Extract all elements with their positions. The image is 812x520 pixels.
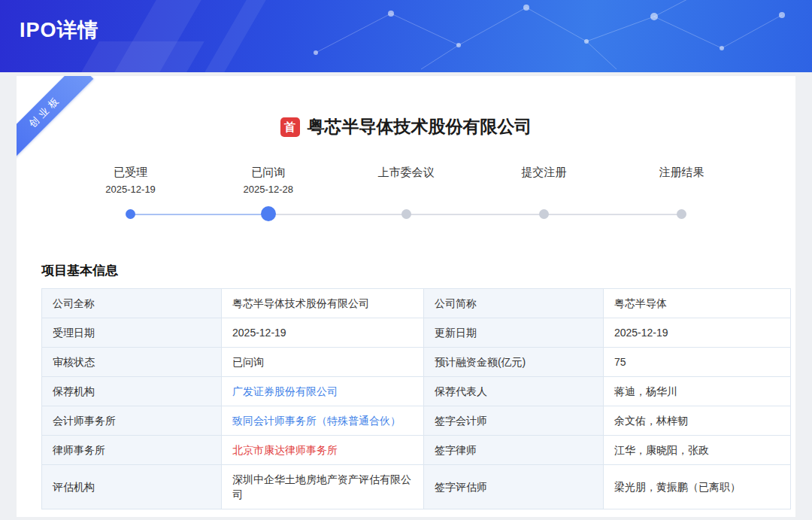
section-title: 项目基本信息: [41, 262, 795, 279]
cell-label-review-status: 审核状态: [42, 348, 222, 377]
cell-sponsor: 广发证券股份有限公司: [222, 377, 424, 406]
ipo-detail-card: 创业板 首 粤芯半导体技术股份有限公司 已受理2025-12-19已问询2025…: [17, 76, 795, 517]
step-date: [337, 184, 474, 197]
step-label: 注册结果: [613, 164, 750, 181]
cell-signing-lawyer: 江华，康晓阳，张政: [603, 436, 790, 465]
cell-label-company-full-name: 公司全称: [42, 289, 222, 318]
company-name: 粤芯半导体技术股份有限公司: [308, 115, 532, 138]
cell-label-appraisal-agency: 评估机构: [42, 465, 222, 509]
page-header: IPO详情: [0, 0, 812, 72]
table-row: 律师事务所北京市康达律师事务所签字律师江华，康晓阳，张政: [42, 436, 791, 465]
cell-value-signing-lawyer: 江华，康晓阳，张政: [614, 444, 709, 456]
cell-value-accounting-firm[interactable]: 致同会计师事务所（特殊普通合伙）: [232, 415, 401, 427]
cell-value-company-full-name: 粤芯半导体技术股份有限公司: [232, 297, 369, 309]
ipo-progress-stepper: 已受理2025-12-19已问询2025-12-28上市委会议提交注册注册结果: [62, 164, 750, 229]
step-label: 已受理: [62, 164, 199, 181]
cell-appraisal-agency: 深圳中企华土地房地产资产评估有限公司: [222, 465, 424, 509]
table-row: 保荐机构广发证券股份有限公司保荐代表人蒋迪，杨华川: [42, 377, 791, 406]
cell-accounting-firm: 致同会计师事务所（特殊普通合伙）: [222, 406, 424, 436]
cell-label-company-short-name: 公司简称: [423, 289, 603, 318]
step-dot: [261, 206, 276, 221]
cell-value-law-firm[interactable]: 北京市康达律师事务所: [232, 444, 338, 456]
cell-company-full-name: 粤芯半导体技术股份有限公司: [222, 289, 424, 318]
cell-signing-appraiser: 梁光朋，黄振鹏（已离职）: [603, 465, 790, 509]
cell-value-accept-date: 2025-12-19: [232, 327, 286, 339]
step-dot: [126, 209, 135, 219]
step-date: [475, 184, 613, 197]
cell-value-update-date: 2025-12-19: [614, 327, 668, 339]
step-dot: [677, 209, 686, 219]
header-streak-decoration: [81, 41, 205, 72]
cell-label-law-firm: 律师事务所: [42, 436, 222, 465]
cell-value-review-status: 已问询: [232, 356, 264, 368]
basic-info-table: 公司全称粤芯半导体技术股份有限公司公司简称粤芯半导体受理日期2025-12-19…: [41, 288, 791, 509]
stepper-step-1: 已受理2025-12-19: [62, 164, 199, 222]
step-dot: [401, 209, 411, 219]
step-date: [613, 184, 750, 197]
info-table-body: 公司全称粤芯半导体技术股份有限公司公司简称粤芯半导体受理日期2025-12-19…: [42, 289, 791, 509]
cell-update-date: 2025-12-19: [603, 318, 790, 348]
step-label: 已问询: [199, 164, 337, 181]
cell-label-accounting-firm: 会计师事务所: [42, 406, 222, 436]
step-date: 2025-12-19: [62, 184, 199, 197]
cell-signing-accountant: 余文佑，林梓韧: [603, 406, 790, 436]
cell-value-signing-appraiser: 梁光朋，黄振鹏（已离职）: [614, 481, 741, 493]
page-title: IPO详情: [20, 17, 99, 44]
cell-planned-financing: 75: [603, 348, 790, 377]
cell-label-signing-accountant: 签字会计师: [423, 406, 603, 436]
cell-sponsor-rep: 蒋迪，杨华川: [603, 377, 790, 406]
cell-value-sponsor-rep: 蒋迪，杨华川: [614, 385, 677, 397]
cell-value-appraisal-agency: 深圳中企华土地房地产资产评估有限公司: [232, 473, 411, 500]
first-badge-icon: 首: [280, 117, 300, 137]
step-label: 上市委会议: [337, 164, 474, 181]
table-row: 公司全称粤芯半导体技术股份有限公司公司简称粤芯半导体: [42, 289, 791, 318]
step-date: 2025-12-28: [199, 184, 337, 197]
table-row: 审核状态已问询预计融资金额(亿元)75: [42, 348, 791, 377]
cell-review-status: 已问询: [222, 348, 424, 377]
cell-value-company-short-name: 粤芯半导体: [614, 297, 667, 309]
stepper-step-5: 注册结果: [613, 164, 750, 222]
cell-label-sponsor-rep: 保荐代表人: [423, 377, 603, 406]
cell-value-planned-financing: 75: [614, 356, 626, 368]
step-label: 提交注册: [475, 164, 613, 181]
cell-company-short-name: 粤芯半导体: [603, 289, 790, 318]
stepper-step-3: 上市委会议: [337, 164, 474, 222]
table-row: 评估机构深圳中企华土地房地产资产评估有限公司签字评估师梁光朋，黄振鹏（已离职）: [42, 465, 791, 509]
cell-law-firm: 北京市康达律师事务所: [222, 436, 424, 465]
table-row: 会计师事务所致同会计师事务所（特殊普通合伙）签字会计师余文佑，林梓韧: [42, 406, 791, 436]
cell-label-sponsor: 保荐机构: [42, 377, 222, 406]
stepper-step-4: 提交注册: [475, 164, 613, 222]
cell-label-update-date: 更新日期: [423, 318, 603, 348]
cell-label-accept-date: 受理日期: [42, 318, 222, 348]
table-row: 受理日期2025-12-19更新日期2025-12-19: [42, 318, 791, 348]
cell-value-sponsor[interactable]: 广发证券股份有限公司: [232, 385, 338, 397]
cell-label-signing-appraiser: 签字评估师: [423, 465, 603, 509]
cell-accept-date: 2025-12-19: [222, 318, 424, 348]
step-dot: [539, 209, 549, 219]
stepper-step-2: 已问询2025-12-28: [199, 164, 337, 222]
cell-label-signing-lawyer: 签字律师: [423, 436, 603, 465]
company-title-row: 首 粤芯半导体技术股份有限公司: [17, 115, 795, 138]
cell-label-planned-financing: 预计融资金额(亿元): [423, 348, 603, 377]
cell-value-signing-accountant: 余文佑，林梓韧: [614, 415, 688, 427]
stepper-steps: 已受理2025-12-19已问询2025-12-28上市委会议提交注册注册结果: [62, 164, 750, 222]
